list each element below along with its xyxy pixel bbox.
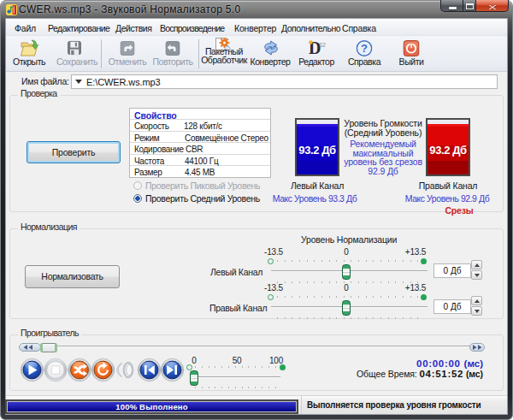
svg-text:?: ? xyxy=(361,42,368,55)
svg-text:32: 32 xyxy=(319,42,326,48)
